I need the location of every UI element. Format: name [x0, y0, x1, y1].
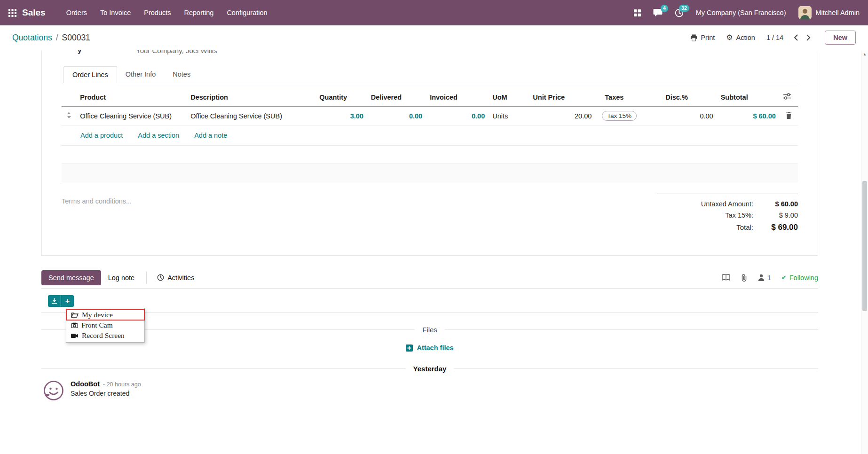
navbar-left: Sales Orders To Invoice Products Reporti… [8, 5, 274, 21]
message-author[interactable]: OdooBot [71, 380, 100, 388]
empty-table-row [62, 146, 798, 164]
tab-order-lines[interactable]: Order Lines [63, 66, 117, 83]
cell-unit-price[interactable]: 20.00 [529, 107, 595, 125]
header-taxes: Taxes [595, 88, 662, 107]
breadcrumb-quotations[interactable]: Quotations [12, 33, 52, 43]
company-switcher[interactable]: My Company (San Francisco) [696, 9, 786, 16]
new-button[interactable]: New [825, 31, 856, 45]
menu-item-front-cam[interactable]: Front Cam [66, 320, 144, 330]
attachments-toggle-button[interactable] [741, 274, 748, 282]
untaxed-value: $ 60.00 [753, 200, 798, 208]
log-note-button[interactable]: Log note [101, 270, 142, 285]
message-header: OdooBot - 20 hours ago [71, 380, 141, 388]
add-section-link[interactable]: Add a section [138, 132, 179, 139]
untaxed-amount-row: Untaxed Amount: $ 60.00 [657, 198, 798, 210]
activities-badge: 32 [679, 5, 689, 12]
top-navbar: Sales Orders To Invoice Products Reporti… [0, 0, 868, 25]
cell-invoiced[interactable]: 0.00 [426, 107, 489, 125]
action-button[interactable]: ⚙ Action [726, 34, 755, 41]
header-delivered: Delivered [367, 88, 426, 107]
divider-line [445, 329, 818, 330]
date-divider: Yesterday [41, 365, 818, 373]
avatar-image [798, 6, 812, 19]
empty-table-row [62, 164, 798, 181]
action-label: Action [736, 34, 755, 41]
menu-to-invoice[interactable]: To Invoice [94, 5, 137, 21]
clipped-top-row: y Your Company, Joel Willis [62, 50, 798, 56]
activities-button[interactable]: Activities [151, 270, 200, 285]
printer-icon [690, 34, 697, 41]
drag-handle-icon [67, 112, 71, 118]
following-button[interactable]: ✔ Following [781, 274, 818, 282]
vertical-divider [146, 272, 147, 284]
app-menu: Orders To Invoice Products Reporting Con… [60, 5, 274, 21]
menu-item-my-device[interactable]: My device [66, 310, 144, 320]
cell-uom[interactable]: Units [489, 107, 529, 125]
print-label: Print [701, 34, 715, 41]
send-message-button[interactable]: Send message [41, 270, 101, 285]
attach-more-button[interactable]: + [61, 295, 74, 307]
scrollbar-up-arrow[interactable]: ▲ [861, 50, 868, 58]
menu-reporting[interactable]: Reporting [178, 5, 221, 21]
cell-subtotal[interactable]: $ 60.00 [717, 107, 780, 125]
pager-next-button[interactable] [804, 32, 813, 43]
cell-quantity[interactable]: 3.00 [316, 107, 367, 125]
add-note-link[interactable]: Add a note [194, 132, 227, 139]
tab-other-info[interactable]: Other Info [117, 66, 164, 83]
header-description: Description [187, 88, 316, 107]
sheet-bottom: Terms and conditions... Untaxed Amount: … [62, 194, 798, 234]
cell-taxes[interactable]: Tax 15% [595, 107, 662, 125]
followers-count: 1 [767, 274, 771, 282]
header-handle [62, 88, 76, 107]
menu-products[interactable]: Products [137, 5, 177, 21]
cell-disc[interactable]: 0.00 [662, 107, 717, 125]
row-drag-handle[interactable] [62, 107, 76, 125]
header-disc: Disc.% [662, 88, 717, 107]
tax-pill[interactable]: Tax 15% [602, 111, 637, 121]
totals-block: Untaxed Amount: $ 60.00 Tax 15%: $ 9.00 … [657, 194, 798, 234]
messages-tray[interactable]: 4 [653, 8, 663, 17]
menu-item-label: My device [82, 311, 113, 319]
chatter-message: OdooBot - 20 hours ago Sales Order creat… [41, 380, 818, 401]
chatter: Send message Log note Activities [41, 267, 818, 401]
pager-previous-button[interactable] [791, 32, 801, 43]
add-product-link[interactable]: Add a product [80, 132, 123, 139]
message-body: Sales Order created [71, 390, 141, 397]
clipped-field-label: y [78, 50, 81, 54]
systray-grid-icon[interactable] [634, 9, 641, 16]
notebook-tabs: Order Lines Other Info Notes [62, 66, 798, 83]
total-label: Total: [657, 223, 753, 231]
sliders-icon [783, 93, 791, 100]
tax-value: $ 9.00 [753, 211, 798, 219]
menu-item-record-screen[interactable]: Record Screen [66, 330, 144, 341]
followers-button[interactable]: 1 [758, 274, 771, 282]
menu-orders[interactable]: Orders [60, 5, 94, 21]
attach-files-button[interactable]: Attach files [406, 344, 453, 352]
tab-notes[interactable]: Notes [164, 66, 199, 83]
open-full-composer-button[interactable] [722, 274, 730, 281]
cell-delivered[interactable]: 0.00 [367, 107, 426, 125]
total-row: Total: $ 69.00 [657, 221, 798, 234]
menu-item-label: Front Cam [81, 321, 113, 329]
attach-split-button: + [48, 295, 74, 307]
app-name[interactable]: Sales [22, 8, 46, 18]
terms-field[interactable]: Terms and conditions... [62, 194, 132, 234]
menu-item-label: Record Screen [82, 331, 125, 340]
scrollbar-thumb[interactable] [862, 181, 867, 311]
apps-menu-icon[interactable] [8, 9, 16, 17]
header-unit-price: Unit Price [529, 88, 595, 107]
print-button[interactable]: Print [690, 34, 715, 41]
folder-open-icon [71, 312, 79, 318]
total-value: $ 69.00 [753, 223, 798, 232]
cell-description[interactable]: Office Cleaning Service (SUB) [187, 107, 316, 125]
cell-product[interactable]: Office Cleaning Service (SUB) [76, 107, 187, 125]
user-menu[interactable]: Mitchell Admin [798, 6, 860, 19]
delete-line-button[interactable] [780, 107, 798, 125]
breadcrumb-current: S00031 [62, 33, 90, 43]
optional-columns-button[interactable] [780, 88, 798, 107]
vertical-scrollbar[interactable]: ▲ [861, 50, 868, 454]
upload-attachment-button[interactable] [48, 295, 61, 307]
activities-tray[interactable]: 32 [675, 8, 684, 17]
menu-configuration[interactable]: Configuration [220, 5, 274, 21]
book-icon [722, 274, 730, 281]
